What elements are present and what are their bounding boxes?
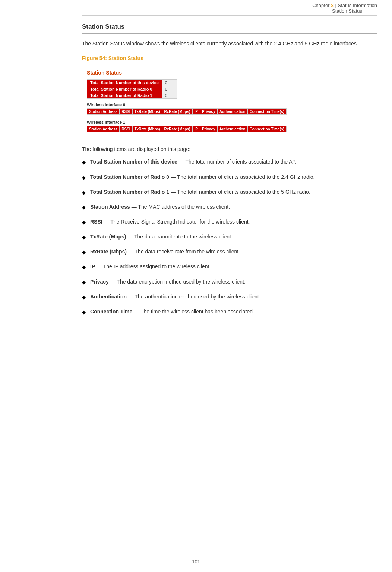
- list-item: ◆ Authentication — The authentication me…: [82, 293, 377, 301]
- bullet-icon: ◆: [82, 219, 86, 226]
- figure-label: Figure 54: Station Status: [82, 55, 377, 61]
- bullet-icon: ◆: [82, 249, 86, 256]
- list-item: ◆ RSSI — The Receive Signal Strength Ind…: [82, 218, 377, 226]
- wireless0-table: Station AddressRSSITxRate (Mbps)RxRate (…: [87, 108, 287, 115]
- bullet-icon: ◆: [82, 159, 86, 166]
- item-text: RSSI — The Receive Signal Strength Indic…: [90, 218, 250, 226]
- list-item: ◆ RxRate (Mbps) — The data receive rate …: [82, 248, 377, 256]
- main-content: Station Status The Station Status window…: [0, 16, 392, 338]
- item-text: IP — The IP address assigned to the wire…: [90, 263, 211, 271]
- item-text: Privacy — The data encryption method use…: [90, 278, 246, 286]
- page-footer: – 101 –: [0, 559, 392, 565]
- chapter-number: 8: [331, 3, 333, 8]
- section-title: Station Status: [82, 23, 377, 34]
- item-text: TxRate (Mbps) — The data tranmit rate to…: [90, 233, 233, 241]
- description-list: ◆ Total Station Number of this device — …: [82, 158, 377, 316]
- bullet-icon: ◆: [82, 263, 86, 271]
- header-separator: |: [335, 3, 338, 8]
- item-text: Total Station Number of this device — Th…: [90, 158, 297, 166]
- bullet-icon: ◆: [82, 279, 86, 286]
- wireless1-table: Station AddressRSSITxRate (Mbps)RxRate (…: [87, 126, 287, 132]
- screenshot-title: Station Status: [87, 70, 360, 76]
- item-text: Authentication — The authentication meth…: [90, 293, 260, 301]
- screenshot-box: Station Status Total Station Number of t…: [82, 65, 365, 137]
- list-item: ◆ Total Station Number of Radio 0 — The …: [82, 173, 377, 181]
- page-header: Chapter 8 | Status Information Station S…: [0, 0, 392, 15]
- wireless0-label: Wireless Interface 0: [87, 102, 360, 107]
- list-item: ◆ Privacy — The data encryption method u…: [82, 278, 377, 286]
- bullet-icon: ◆: [82, 174, 86, 181]
- bullet-icon: ◆: [82, 309, 86, 316]
- item-text: Station Address — The MAC address of the…: [90, 203, 230, 211]
- item-text: Total Station Number of Radio 1 — The to…: [90, 188, 310, 196]
- item-text: Total Station Number of Radio 0 — The to…: [90, 173, 314, 181]
- bullet-icon: ◆: [82, 189, 86, 196]
- bullet-icon: ◆: [82, 204, 86, 211]
- list-item: ◆ Total Station Number of this device — …: [82, 158, 377, 166]
- chapter-label: Chapter: [312, 3, 329, 8]
- bullet-icon: ◆: [82, 234, 86, 241]
- item-text: RxRate (Mbps) — The data receive rate fr…: [90, 248, 240, 256]
- section-intro: The Station Status window shows the wire…: [82, 39, 377, 48]
- wireless1-label: Wireless Interface 1: [87, 120, 360, 124]
- header-subtitle: Station Status: [332, 8, 377, 15]
- list-item: ◆ Connection Time — The time the wireles…: [82, 308, 377, 316]
- list-item: ◆ TxRate (Mbps) — The data tranmit rate …: [82, 233, 377, 241]
- chapter-topic: Status Information: [338, 3, 377, 8]
- bullet-icon: ◆: [82, 294, 86, 301]
- item-text: Connection Time — The time the wireless …: [90, 308, 254, 316]
- description-intro: The following items are displayed on thi…: [82, 146, 377, 152]
- summary-table: Total Station Number of this device0Tota…: [87, 79, 177, 99]
- list-item: ◆ Total Station Number of Radio 1 — The …: [82, 188, 377, 196]
- list-item: ◆ Station Address — The MAC address of t…: [82, 203, 377, 211]
- list-item: ◆ IP — The IP address assigned to the wi…: [82, 263, 377, 271]
